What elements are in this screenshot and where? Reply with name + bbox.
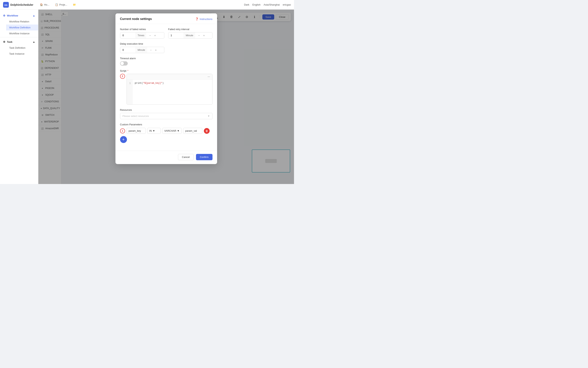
- timeout-alarm-toggle[interactable]: [120, 61, 128, 65]
- chevron-down-icon: ▼: [207, 115, 210, 118]
- modal-body: Number of failed retries Times − +: [115, 24, 217, 151]
- nav-right: Dark English Asia/Shanghai ericgao: [244, 3, 291, 6]
- failed-retries-decrement[interactable]: −: [148, 34, 152, 37]
- nav-tab-project[interactable]: 📋 Proje...: [52, 2, 70, 7]
- home-icon: 🏠: [40, 3, 43, 6]
- custom-params-section: Custom Parameters 1 IN ▼ VARCHAR: [120, 123, 213, 143]
- retry-interval-increment[interactable]: +: [202, 34, 206, 37]
- param-name-input[interactable]: [127, 128, 146, 134]
- canvas-area: python_task_test_0... ⬜ SHELL ◱ SUB_PROC…: [38, 9, 294, 184]
- sidebar-item-task[interactable]: ⚙ Task ▲: [0, 39, 38, 45]
- app-name: DolphinScheduler: [10, 3, 33, 6]
- retry-interval-input-group: Minute − +: [168, 32, 213, 38]
- confirm-button[interactable]: Confirm: [196, 154, 213, 160]
- sidebar-workflow-section: ⚙ Workflow ▲ Workflow Relation Workflow …: [0, 13, 38, 37]
- sidebar-task-section: ⚙ Task ▲ Task Definition Task Instance: [0, 39, 38, 57]
- app-logo[interactable]: DS DolphinScheduler: [3, 2, 33, 8]
- badge-2: 2: [120, 74, 125, 79]
- sidebar-task-definition-label: Task Definition: [9, 46, 26, 49]
- modal-dialog: Current node settings ❓ Instructions Num…: [115, 13, 217, 164]
- navbar: DS DolphinScheduler 🏠 Ho... 📋 Proje... 📁…: [0, 0, 294, 9]
- failed-retries-group: Number of failed retries Times − +: [120, 28, 164, 38]
- script-section: Script * 2 —: [120, 69, 213, 105]
- line-number-1: 1: [128, 82, 131, 85]
- param-type-select[interactable]: VARCHAR ▼: [162, 128, 182, 134]
- main-content: python_task_test_0... ⬜ SHELL ◱ SUB_PROC…: [38, 9, 294, 184]
- resource-icon: 📁: [73, 3, 76, 6]
- task-icon: ⚙: [3, 40, 5, 43]
- sidebar-item-workflow[interactable]: ⚙ Workflow ▲: [0, 13, 38, 18]
- delay-execution-unit: Minute: [136, 47, 147, 53]
- layout: ⚙ Workflow ▲ Workflow Relation Workflow …: [0, 9, 294, 184]
- retry-interval-decrement[interactable]: −: [197, 34, 201, 37]
- sidebar-task-label: Task: [7, 40, 12, 43]
- failed-retries-increment[interactable]: +: [153, 34, 157, 37]
- param-direction-select[interactable]: IN ▼: [147, 128, 161, 134]
- retry-interval-input[interactable]: [168, 32, 184, 38]
- chevron-up-icon-task: ▲: [33, 40, 35, 43]
- resources-select[interactable]: Please select resources ▼: [120, 113, 213, 119]
- retry-interval-group: Failed retry interval Minute − +: [168, 28, 213, 38]
- code-function: print(: [135, 82, 143, 84]
- resources-label: Resources: [120, 109, 213, 111]
- chevron-down-icon-direction: ▼: [153, 129, 155, 132]
- delay-decrement[interactable]: −: [149, 48, 153, 52]
- modal-overlay: Current node settings ❓ Instructions Num…: [38, 9, 294, 184]
- sidebar-item-workflow-definition[interactable]: Workflow Definition: [6, 25, 38, 30]
- language-selector[interactable]: English: [252, 3, 261, 6]
- cancel-button[interactable]: Cancel: [178, 154, 194, 160]
- failed-retries-stepper: − +: [146, 34, 159, 37]
- failed-retries-label: Number of failed retries: [120, 28, 164, 31]
- retry-interval-unit: Minute: [184, 32, 195, 38]
- sidebar-workflow-relation-label: Workflow Relation: [9, 20, 29, 23]
- code-area[interactable]: print("${param_key}"): [132, 80, 212, 104]
- timeout-alarm-label: Timeout alarm: [120, 57, 213, 60]
- instructions-label: Instructions: [200, 18, 212, 20]
- workflow-icon: ⚙: [3, 14, 5, 17]
- nav-tab-home[interactable]: 🏠 Ho...: [37, 2, 52, 7]
- nav-tab-project-label: Proje...: [59, 3, 67, 6]
- sidebar-item-workflow-instance[interactable]: Workflow Instance: [6, 30, 38, 37]
- logo-icon: DS: [3, 2, 9, 8]
- sidebar-task-instance-label: Task Instance: [9, 52, 25, 55]
- sidebar: ⚙ Workflow ▲ Workflow Relation Workflow …: [0, 9, 38, 184]
- retry-interval-label: Failed retry interval: [168, 28, 213, 31]
- code-string: "${param_key}": [143, 82, 162, 84]
- plus-icon: +: [122, 137, 125, 142]
- sidebar-item-task-instance[interactable]: Task Instance: [6, 51, 38, 57]
- modal-title: Current node settings: [120, 17, 152, 21]
- param-row-1: 1 IN ▼ VARCHAR ▼: [120, 128, 213, 134]
- timeout-alarm-row: Timeout alarm: [120, 57, 213, 65]
- delay-execution-input[interactable]: [120, 47, 136, 53]
- modal-header: Current node settings ❓ Instructions: [115, 13, 217, 24]
- spacer-group: [168, 42, 213, 53]
- failed-retries-input[interactable]: [120, 32, 136, 38]
- nav-tab-resource[interactable]: 📁: [70, 2, 79, 7]
- param-type-value: VARCHAR: [164, 129, 177, 132]
- line-numbers: 1: [127, 80, 132, 104]
- chevron-down-icon-type: ▼: [177, 129, 179, 132]
- script-label: Script *: [120, 69, 213, 72]
- param-delete-button[interactable]: 🗑: [204, 128, 210, 134]
- row-delay: Delay execution time Minute − +: [120, 42, 213, 53]
- add-param-button[interactable]: +: [120, 136, 127, 143]
- delay-stepper: − +: [147, 48, 160, 52]
- sidebar-divider: [0, 37, 38, 37]
- instructions-link[interactable]: ❓ Instructions: [195, 18, 212, 20]
- sidebar-item-workflow-relation[interactable]: Workflow Relation: [6, 18, 38, 25]
- user-menu[interactable]: ericgao: [283, 3, 291, 6]
- sidebar-item-task-definition[interactable]: Task Definition: [6, 45, 38, 51]
- param-direction-value: IN: [149, 129, 152, 132]
- svg-text:DS: DS: [4, 4, 7, 6]
- script-toolbar: —: [127, 74, 212, 80]
- delay-increment[interactable]: +: [154, 48, 158, 52]
- sidebar-sub-task: Task Definition Task Instance: [0, 45, 38, 57]
- dark-mode-toggle[interactable]: Dark: [244, 3, 249, 6]
- question-icon: ❓: [195, 18, 198, 20]
- failed-retries-unit: Times: [136, 32, 146, 38]
- param-value-input[interactable]: [183, 128, 202, 134]
- timezone-selector[interactable]: Asia/Shanghai: [264, 3, 280, 6]
- retry-interval-stepper: − +: [195, 34, 208, 37]
- script-minimize-button[interactable]: —: [207, 75, 211, 79]
- badge-1: 1: [120, 129, 125, 133]
